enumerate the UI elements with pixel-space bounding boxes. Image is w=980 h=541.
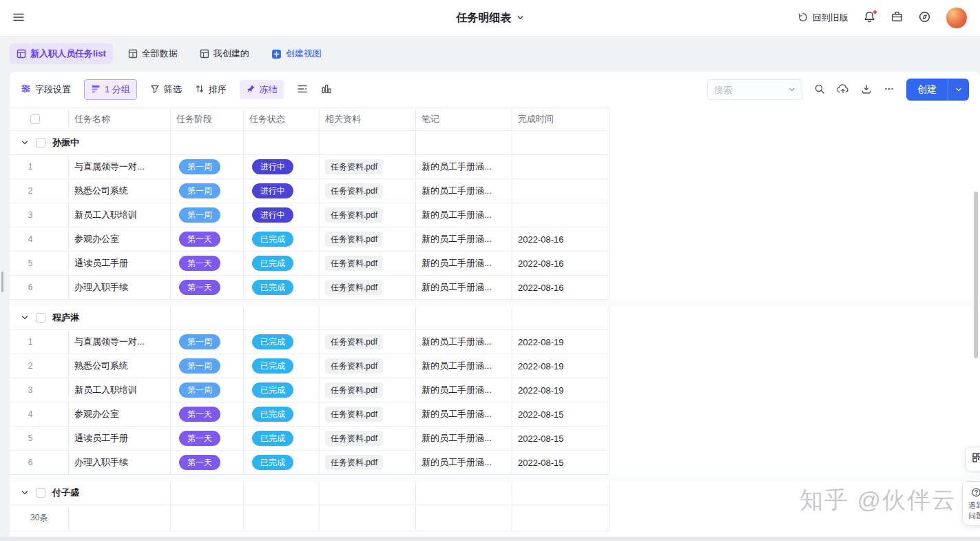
workspace-button[interactable] bbox=[890, 10, 904, 25]
note-cell[interactable]: 新的员工手册涵... bbox=[416, 451, 512, 475]
note-cell[interactable]: 新的员工手册涵... bbox=[416, 354, 512, 378]
horizontal-scrollbar-track[interactable] bbox=[0, 537, 980, 541]
note-cell[interactable]: 新的员工手册涵... bbox=[416, 179, 512, 203]
task-status-cell[interactable]: 已完成 bbox=[244, 227, 320, 252]
task-stage-cell[interactable]: 第一周 bbox=[171, 179, 244, 203]
task-status-cell[interactable]: 已完成 bbox=[244, 378, 320, 402]
row-gutter-cell[interactable]: 1 bbox=[10, 155, 69, 179]
back-to-old-version-button[interactable]: 回到旧版 bbox=[797, 12, 848, 25]
related-file-cell[interactable]: 任务资料.pdf bbox=[320, 427, 416, 451]
task-status-cell[interactable]: 已完成 bbox=[244, 451, 320, 475]
row-gutter-cell[interactable]: 5 bbox=[10, 252, 69, 276]
download-button[interactable] bbox=[861, 83, 872, 96]
task-name-cell[interactable]: 与直属领导一对... bbox=[69, 330, 171, 354]
task-stage-cell[interactable]: 第一天 bbox=[171, 276, 244, 300]
chart-view-button[interactable] bbox=[321, 83, 332, 96]
group-collapse-icon[interactable] bbox=[21, 314, 29, 322]
group-collapse-icon[interactable] bbox=[21, 139, 29, 147]
task-stage-cell[interactable]: 第一天 bbox=[171, 427, 244, 451]
vertical-scrollbar-thumb[interactable] bbox=[974, 192, 978, 358]
task-name-cell[interactable]: 新员工入职培训 bbox=[69, 203, 171, 227]
task-stage-cell[interactable]: 第一周 bbox=[171, 203, 244, 227]
note-cell[interactable]: 新的员工手册涵... bbox=[416, 252, 512, 276]
date-cell[interactable] bbox=[512, 203, 609, 227]
create-button[interactable]: 创建 bbox=[906, 79, 948, 101]
footer-stat-cell[interactable] bbox=[320, 505, 416, 531]
note-cell[interactable]: 新的员工手册涵... bbox=[416, 378, 512, 402]
column-header-task-stage[interactable]: 任务阶段 bbox=[171, 108, 244, 131]
task-name-cell[interactable]: 与直属领导一对... bbox=[69, 155, 171, 179]
group-checkbox[interactable] bbox=[36, 488, 45, 498]
date-cell[interactable]: 2022-08-15 bbox=[512, 451, 609, 475]
field-settings-button[interactable]: 字段设置 bbox=[21, 83, 71, 96]
task-stage-cell[interactable]: 第一周 bbox=[171, 155, 244, 179]
related-file-cell[interactable]: 任务资料.pdf bbox=[320, 451, 416, 475]
task-status-cell[interactable]: 已完成 bbox=[244, 427, 320, 451]
column-header-related-files[interactable]: 相关资料 bbox=[320, 108, 416, 131]
related-file-cell[interactable]: 任务资料.pdf bbox=[320, 402, 416, 427]
row-gutter-cell[interactable]: 5 bbox=[10, 427, 69, 451]
task-status-cell[interactable]: 已完成 bbox=[244, 252, 320, 276]
task-stage-cell[interactable]: 第一天 bbox=[171, 252, 244, 276]
row-gutter-cell[interactable]: 6 bbox=[10, 451, 69, 475]
footer-stat-cell[interactable] bbox=[69, 505, 171, 531]
date-cell[interactable] bbox=[512, 179, 609, 203]
related-file-cell[interactable]: 任务资料.pdf bbox=[320, 354, 416, 378]
tab-all-data[interactable]: 全部数据 bbox=[121, 43, 185, 64]
related-file-cell[interactable]: 任务资料.pdf bbox=[320, 227, 416, 252]
qr-widget-button[interactable] bbox=[965, 447, 980, 471]
row-gutter-cell[interactable]: 6 bbox=[10, 276, 69, 300]
date-cell[interactable] bbox=[512, 155, 609, 179]
related-file-cell[interactable]: 任务资料.pdf bbox=[320, 276, 416, 300]
sort-button[interactable]: 排序 bbox=[195, 83, 227, 96]
row-gutter-cell[interactable]: 1 bbox=[10, 330, 69, 354]
related-file-cell[interactable]: 任务资料.pdf bbox=[320, 330, 416, 354]
footer-stat-cell[interactable] bbox=[416, 505, 512, 531]
task-name-cell[interactable]: 通读员工手册 bbox=[69, 252, 171, 276]
footer-stat-cell[interactable] bbox=[512, 505, 609, 531]
column-header-notes[interactable]: 笔记 bbox=[416, 108, 512, 131]
note-cell[interactable]: 新的员工手册涵... bbox=[416, 155, 512, 179]
chevron-down-icon[interactable] bbox=[789, 83, 795, 96]
task-status-cell[interactable]: 进行中 bbox=[244, 155, 320, 179]
date-cell[interactable]: 2022-08-19 bbox=[512, 378, 609, 402]
user-avatar[interactable] bbox=[946, 7, 968, 29]
create-view-button[interactable]: 创建视图 bbox=[264, 43, 329, 64]
row-gutter-cell[interactable]: 3 bbox=[10, 203, 69, 227]
task-name-cell[interactable]: 办理入职手续 bbox=[69, 276, 171, 300]
row-gutter-cell[interactable]: 4 bbox=[10, 227, 69, 252]
note-cell[interactable]: 新的员工手册涵... bbox=[416, 427, 512, 451]
related-file-cell[interactable]: 任务资料.pdf bbox=[320, 252, 416, 276]
task-name-cell[interactable]: 熟悉公司系统 bbox=[69, 354, 171, 378]
date-cell[interactable]: 2022-08-16 bbox=[512, 276, 609, 300]
task-name-cell[interactable]: 熟悉公司系统 bbox=[69, 179, 171, 203]
group-button[interactable]: 1 分组 bbox=[84, 79, 137, 100]
task-name-cell[interactable]: 办理入职手续 bbox=[69, 451, 171, 475]
date-cell[interactable]: 2022-08-16 bbox=[512, 227, 609, 252]
column-header-finish-time[interactable]: 完成时间 bbox=[512, 108, 609, 131]
row-gutter-cell[interactable]: 4 bbox=[10, 402, 69, 427]
related-file-cell[interactable]: 任务资料.pdf bbox=[320, 179, 416, 203]
task-stage-cell[interactable]: 第一周 bbox=[171, 378, 244, 402]
related-file-cell[interactable]: 任务资料.pdf bbox=[320, 203, 416, 227]
note-cell[interactable]: 新的员工手册涵... bbox=[416, 227, 512, 252]
column-header-task-status[interactable]: 任务状态 bbox=[244, 108, 320, 131]
task-status-cell[interactable]: 进行中 bbox=[244, 203, 320, 227]
search-box[interactable] bbox=[707, 79, 802, 100]
select-all-checkbox[interactable] bbox=[30, 114, 40, 124]
create-dropdown-button[interactable] bbox=[948, 79, 969, 101]
tab-created-by-me[interactable]: 我创建的 bbox=[193, 43, 256, 64]
hamburger-menu-button[interactable] bbox=[12, 11, 25, 25]
task-status-cell[interactable]: 进行中 bbox=[244, 179, 320, 203]
task-name-cell[interactable]: 参观办公室 bbox=[69, 227, 171, 252]
tab-new-employee-task-list[interactable]: 新入职人员任务list bbox=[10, 43, 113, 64]
related-file-cell[interactable]: 任务资料.pdf bbox=[320, 155, 416, 179]
group-header-row[interactable]: 程庐淋 bbox=[10, 306, 980, 330]
column-header-task-name[interactable]: 任务名称 bbox=[69, 108, 171, 131]
group-checkbox[interactable] bbox=[36, 313, 45, 323]
task-status-cell[interactable]: 已完成 bbox=[244, 330, 320, 354]
date-cell[interactable]: 2022-08-15 bbox=[512, 427, 609, 451]
task-status-cell[interactable]: 已完成 bbox=[244, 402, 320, 427]
note-cell[interactable]: 新的员工手册涵... bbox=[416, 203, 512, 227]
date-cell[interactable]: 2022-08-19 bbox=[512, 330, 609, 354]
